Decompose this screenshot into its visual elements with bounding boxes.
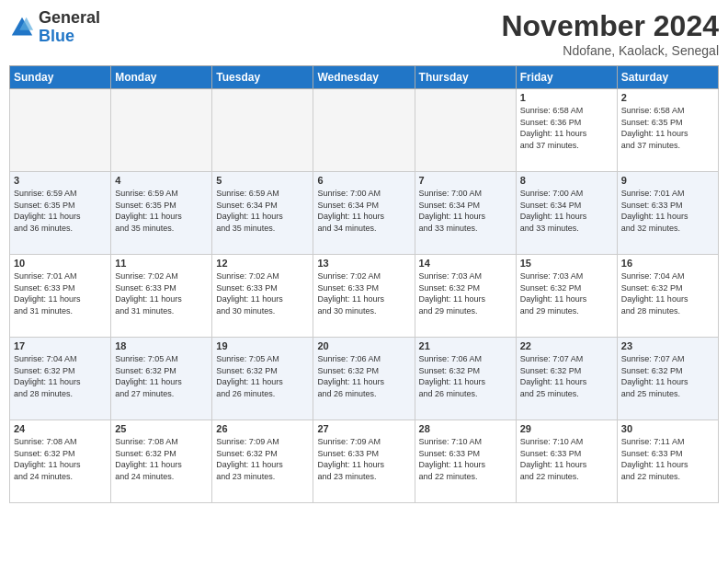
calendar-week-row: 17Sunrise: 7:04 AM Sunset: 6:32 PM Dayli…: [10, 338, 719, 420]
day-number: 27: [317, 423, 410, 434]
day-number: 17: [14, 340, 107, 351]
day-number: 8: [520, 175, 613, 186]
day-number: 12: [216, 258, 309, 269]
day-number: 9: [621, 175, 714, 186]
day-number: 11: [115, 258, 208, 269]
day-info: Sunrise: 7:02 AM Sunset: 6:33 PM Dayligh…: [216, 270, 309, 316]
day-number: 10: [14, 258, 107, 269]
calendar-cell: 6Sunrise: 7:00 AM Sunset: 6:34 PM Daylig…: [313, 172, 415, 255]
day-info: Sunrise: 7:02 AM Sunset: 6:33 PM Dayligh…: [115, 270, 208, 316]
day-info: Sunrise: 7:09 AM Sunset: 6:32 PM Dayligh…: [216, 436, 309, 482]
calendar-week-row: 24Sunrise: 7:08 AM Sunset: 6:32 PM Dayli…: [10, 420, 719, 503]
day-number: 3: [14, 175, 107, 186]
day-info: Sunrise: 6:59 AM Sunset: 6:34 PM Dayligh…: [216, 188, 309, 234]
calendar-cell: [415, 89, 516, 172]
day-info: Sunrise: 7:05 AM Sunset: 6:32 PM Dayligh…: [115, 353, 208, 399]
calendar-header-tuesday: Tuesday: [212, 66, 313, 89]
logo-blue-text: Blue: [39, 27, 74, 45]
day-info: Sunrise: 7:01 AM Sunset: 6:33 PM Dayligh…: [621, 188, 714, 234]
day-number: 14: [419, 258, 512, 269]
title-block: November 2024 Ndofane, Kaolack, Senegal: [501, 9, 719, 58]
calendar-cell: 18Sunrise: 7:05 AM Sunset: 6:32 PM Dayli…: [111, 338, 212, 420]
day-info: Sunrise: 7:09 AM Sunset: 6:33 PM Dayligh…: [317, 436, 410, 482]
day-number: 29: [520, 423, 613, 434]
calendar-cell: 21Sunrise: 7:06 AM Sunset: 6:32 PM Dayli…: [415, 338, 516, 420]
day-info: Sunrise: 7:07 AM Sunset: 6:32 PM Dayligh…: [621, 353, 714, 399]
page-header: General Blue November 2024 Ndofane, Kaol…: [9, 9, 719, 58]
calendar-cell: [111, 89, 212, 172]
day-info: Sunrise: 7:03 AM Sunset: 6:32 PM Dayligh…: [419, 270, 512, 316]
calendar-cell: [10, 89, 111, 172]
day-info: Sunrise: 7:02 AM Sunset: 6:33 PM Dayligh…: [317, 270, 410, 316]
calendar-cell: 9Sunrise: 7:01 AM Sunset: 6:33 PM Daylig…: [617, 172, 718, 255]
calendar-cell: 11Sunrise: 7:02 AM Sunset: 6:33 PM Dayli…: [111, 255, 212, 338]
month-title: November 2024: [501, 9, 719, 43]
calendar-cell: 2Sunrise: 6:58 AM Sunset: 6:35 PM Daylig…: [617, 89, 718, 172]
day-info: Sunrise: 6:59 AM Sunset: 6:35 PM Dayligh…: [14, 188, 107, 234]
calendar-cell: 20Sunrise: 7:06 AM Sunset: 6:32 PM Dayli…: [313, 338, 415, 420]
day-info: Sunrise: 7:11 AM Sunset: 6:33 PM Dayligh…: [621, 436, 714, 482]
day-number: 30: [621, 423, 714, 434]
calendar-header-saturday: Saturday: [617, 66, 718, 89]
location-text: Ndofane, Kaolack, Senegal: [501, 43, 719, 58]
calendar-cell: 16Sunrise: 7:04 AM Sunset: 6:32 PM Dayli…: [617, 255, 718, 338]
day-info: Sunrise: 6:59 AM Sunset: 6:35 PM Dayligh…: [115, 188, 208, 234]
calendar-cell: 24Sunrise: 7:08 AM Sunset: 6:32 PM Dayli…: [10, 420, 111, 503]
day-info: Sunrise: 6:58 AM Sunset: 6:36 PM Dayligh…: [520, 105, 613, 151]
calendar-cell: 25Sunrise: 7:08 AM Sunset: 6:32 PM Dayli…: [111, 420, 212, 503]
calendar-cell: 1Sunrise: 6:58 AM Sunset: 6:36 PM Daylig…: [516, 89, 617, 172]
calendar-week-row: 3Sunrise: 6:59 AM Sunset: 6:35 PM Daylig…: [10, 172, 719, 255]
day-number: 13: [317, 258, 410, 269]
calendar-cell: 5Sunrise: 6:59 AM Sunset: 6:34 PM Daylig…: [212, 172, 313, 255]
day-number: 6: [317, 175, 410, 186]
calendar-header-thursday: Thursday: [415, 66, 516, 89]
day-number: 18: [115, 340, 208, 351]
day-number: 5: [216, 175, 309, 186]
day-number: 25: [115, 423, 208, 434]
day-info: Sunrise: 6:58 AM Sunset: 6:35 PM Dayligh…: [621, 105, 714, 151]
calendar-header-sunday: Sunday: [10, 66, 111, 89]
calendar-cell: 22Sunrise: 7:07 AM Sunset: 6:32 PM Dayli…: [516, 338, 617, 420]
calendar-cell: 23Sunrise: 7:07 AM Sunset: 6:32 PM Dayli…: [617, 338, 718, 420]
day-number: 2: [621, 92, 714, 103]
day-info: Sunrise: 7:03 AM Sunset: 6:32 PM Dayligh…: [520, 270, 613, 316]
calendar-cell: [313, 89, 415, 172]
calendar-cell: 4Sunrise: 6:59 AM Sunset: 6:35 PM Daylig…: [111, 172, 212, 255]
calendar-cell: 26Sunrise: 7:09 AM Sunset: 6:32 PM Dayli…: [212, 420, 313, 503]
calendar-cell: 30Sunrise: 7:11 AM Sunset: 6:33 PM Dayli…: [617, 420, 718, 503]
calendar-week-row: 1Sunrise: 6:58 AM Sunset: 6:36 PM Daylig…: [10, 89, 719, 172]
day-info: Sunrise: 7:06 AM Sunset: 6:32 PM Dayligh…: [419, 353, 512, 399]
day-number: 21: [419, 340, 512, 351]
day-info: Sunrise: 7:10 AM Sunset: 6:33 PM Dayligh…: [419, 436, 512, 482]
logo-icon: [9, 15, 35, 40]
day-number: 15: [520, 258, 613, 269]
day-number: 16: [621, 258, 714, 269]
day-number: 19: [216, 340, 309, 351]
day-info: Sunrise: 7:04 AM Sunset: 6:32 PM Dayligh…: [621, 270, 714, 316]
day-number: 7: [419, 175, 512, 186]
calendar-cell: 10Sunrise: 7:01 AM Sunset: 6:33 PM Dayli…: [10, 255, 111, 338]
day-info: Sunrise: 7:00 AM Sunset: 6:34 PM Dayligh…: [419, 188, 512, 234]
calendar-header-friday: Friday: [516, 66, 617, 89]
day-number: 20: [317, 340, 410, 351]
calendar-cell: 14Sunrise: 7:03 AM Sunset: 6:32 PM Dayli…: [415, 255, 516, 338]
day-number: 28: [419, 423, 512, 434]
day-info: Sunrise: 7:05 AM Sunset: 6:32 PM Dayligh…: [216, 353, 309, 399]
day-number: 1: [520, 92, 613, 103]
logo: General Blue: [9, 9, 100, 46]
calendar-cell: 19Sunrise: 7:05 AM Sunset: 6:32 PM Dayli…: [212, 338, 313, 420]
day-info: Sunrise: 7:01 AM Sunset: 6:33 PM Dayligh…: [14, 270, 107, 316]
day-info: Sunrise: 7:08 AM Sunset: 6:32 PM Dayligh…: [14, 436, 107, 482]
day-info: Sunrise: 7:10 AM Sunset: 6:33 PM Dayligh…: [520, 436, 613, 482]
calendar-header-wednesday: Wednesday: [313, 66, 415, 89]
calendar-cell: 3Sunrise: 6:59 AM Sunset: 6:35 PM Daylig…: [10, 172, 111, 255]
day-number: 23: [621, 340, 714, 351]
logo-general-text: General: [39, 8, 100, 27]
day-info: Sunrise: 7:08 AM Sunset: 6:32 PM Dayligh…: [115, 436, 208, 482]
calendar-cell: 7Sunrise: 7:00 AM Sunset: 6:34 PM Daylig…: [415, 172, 516, 255]
day-info: Sunrise: 7:00 AM Sunset: 6:34 PM Dayligh…: [317, 188, 410, 234]
calendar-week-row: 10Sunrise: 7:01 AM Sunset: 6:33 PM Dayli…: [10, 255, 719, 338]
calendar-header-monday: Monday: [111, 66, 212, 89]
day-info: Sunrise: 7:06 AM Sunset: 6:32 PM Dayligh…: [317, 353, 410, 399]
calendar-cell: 27Sunrise: 7:09 AM Sunset: 6:33 PM Dayli…: [313, 420, 415, 503]
